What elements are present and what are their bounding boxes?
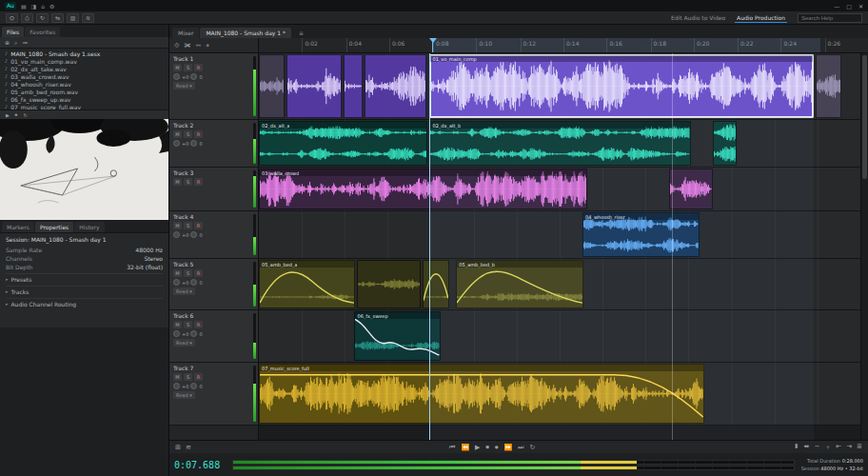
file-item[interactable]: ♪01_vo_main_comp.wav [0,57,168,65]
audio-clip[interactable] [357,260,421,308]
workspace-tab[interactable]: Audio Production [735,13,787,23]
files-toolbar-icon[interactable]: ≔ [22,39,28,46]
rewind-button[interactable]: ⏪ [461,444,469,451]
track-header[interactable]: Track 7MSR+00Read ▾ [169,363,258,426]
audio-clip[interactable]: 02_dx_alt_a [259,121,427,166]
track-header[interactable]: Track 5MSR+00Read ▾ [169,259,258,310]
timeline-ruler[interactable]: 0:020:040:060:080:100:120:140:160:180:20… [259,38,868,52]
volume-knob[interactable] [173,140,180,147]
toolbar-icon[interactable]: ≋ [82,13,94,23]
zoom-tool-icon[interactable]: − [814,443,819,452]
pan-knob[interactable] [190,231,197,238]
mute-button[interactable]: M [173,373,182,381]
mute-button[interactable]: M [173,222,182,229]
panel-menu-icon[interactable]: ≡ [297,28,306,38]
mute-button[interactable]: M [173,321,182,328]
track-header[interactable]: Track 2MSR+00 [169,120,258,168]
vertical-scrollbar[interactable] [860,53,868,440]
solo-button[interactable]: S [184,373,192,381]
zoom-tool-icon[interactable]: ⇥ [846,443,852,452]
toolbar-icon[interactable]: ▥ [67,13,79,23]
file-item[interactable]: ♪07_music_score_full.wav [0,103,168,109]
play-button[interactable]: ▶ [475,444,480,451]
close-button[interactable]: ✕ [858,3,863,10]
editor-tool-icon[interactable]: ⌖ [206,42,209,50]
file-item[interactable]: ♪MAIN_1080 - Smash day 1.sesx [0,50,168,57]
solo-button[interactable]: S [184,269,192,277]
volume-knob[interactable] [173,383,180,389]
file-item[interactable]: ♪02_dx_alt_take.wav [0,65,168,72]
property-section[interactable]: ▸Audio Channel Routing [6,298,163,308]
panel-tab[interactable]: Markers [2,222,34,232]
track-header[interactable]: Track 6MSR+00Read ▾ [169,310,258,363]
file-item[interactable]: ♪06_fx_sweep_up.wav [0,95,168,103]
arm-button[interactable]: R [194,373,203,381]
zoom-tool-icon[interactable]: ⬌ [804,443,810,452]
audio-clip[interactable] [259,54,285,118]
zoom-tool-icon[interactable]: ⇤ [836,443,841,452]
file-item[interactable]: ♪03_walla_crowd.wav [0,72,168,80]
file-item[interactable]: ♪04_whoosh_riser.wav [0,80,168,88]
files-toolbar-icon[interactable]: ⌕ [14,39,17,47]
property-section[interactable]: ▸Tracks [6,286,163,296]
arm-button[interactable]: R [194,178,203,186]
toolbar-icon[interactable]: ⇆ [51,13,64,23]
snap-toggle-icon[interactable]: ≋ [186,444,191,451]
audio-clip[interactable] [816,54,842,118]
track-header[interactable]: Track 4MSR+00 [169,211,258,259]
pan-knob[interactable] [190,330,197,337]
loop-button[interactable]: ↻ [530,444,536,451]
mute-button[interactable]: M [173,130,182,138]
audio-clip[interactable] [365,54,426,118]
titlebar-icon[interactable]: ⚙ [49,3,54,10]
titlebar-icon[interactable]: ⌂ [41,3,45,10]
zoom-tool-icon[interactable]: ⬍ [794,443,799,452]
track-header[interactable]: Track 1MSR+00Read ▾ [169,53,258,120]
preview-transport-button[interactable]: ⏹ [15,111,18,118]
arm-button[interactable]: R [194,64,203,71]
file-item[interactable]: ♪05_amb_bed_room.wav [0,88,168,95]
preview-transport-button[interactable]: ▶ [6,112,10,118]
pan-knob[interactable] [190,383,197,389]
maximize-button[interactable]: ▢ [846,3,852,10]
solo-button[interactable]: S [184,130,192,138]
audio-clip[interactable] [344,54,363,118]
solo-button[interactable]: S [184,64,192,71]
zoom-tool-icon[interactable]: ＋ [824,443,831,452]
panel-tab[interactable]: Favorites [25,27,60,37]
solo-button[interactable]: S [184,178,192,186]
audio-clip[interactable]: 06_fx_sweep [354,311,440,361]
playhead-marker[interactable] [432,38,433,52]
automation-mode-dropdown[interactable]: Read ▾ [173,339,195,347]
arm-button[interactable]: R [194,130,203,138]
editor-tab[interactable]: MAIN_1080 - Smash day 1 * [200,28,291,38]
zoom-tool-icon[interactable]: ≣ [857,443,862,452]
toolbar-icon[interactable]: ↻ [36,13,49,23]
pan-knob[interactable] [190,279,197,286]
titlebar-icon[interactable]: ▤ [21,3,27,10]
pan-knob[interactable] [190,73,197,80]
mute-button[interactable]: M [173,64,182,71]
editor-tool-icon[interactable]: ⇿ [195,42,201,50]
stop-button[interactable]: ⏹ [486,444,490,451]
volume-knob[interactable] [173,231,180,238]
record-button[interactable]: ⏺ [495,444,499,451]
panel-tab[interactable]: History [74,222,104,232]
volume-knob[interactable] [173,330,180,337]
panel-tab[interactable]: Files [2,27,24,37]
solo-button[interactable]: S [184,321,192,328]
arm-button[interactable]: R [194,222,203,229]
solo-button[interactable]: S [184,222,192,229]
minimize-button[interactable]: — [834,3,839,10]
property-section[interactable]: ▸Presets [6,273,163,284]
mute-button[interactable]: M [173,269,182,277]
volume-knob[interactable] [173,73,180,80]
files-toolbar-icon[interactable]: ⊕ [5,39,10,46]
preview-transport-button[interactable]: ↻ [23,112,27,118]
panel-tab[interactable]: Properties [35,222,73,232]
track-lanes[interactable]: 01_vo_main_comp02_dx_alt_a02_dx_alt_b03_… [259,53,860,440]
go-to-start-button[interactable]: ⏮ [449,444,455,451]
toolbar-icon[interactable]: ⎙ [21,13,33,23]
editor-tab[interactable]: Mixer [172,28,199,38]
scrollbar-thumb[interactable] [862,55,867,179]
